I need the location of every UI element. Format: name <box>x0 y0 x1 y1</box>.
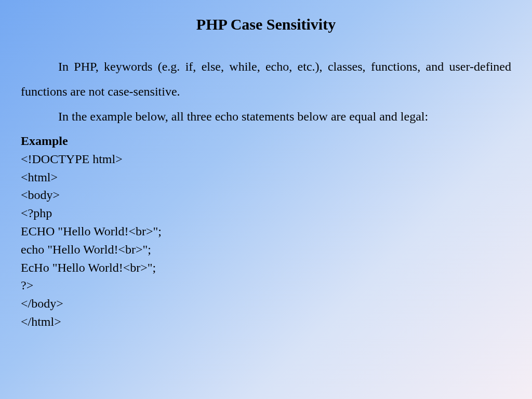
code-line: echo "Hello World!<br>"; <box>21 241 511 259</box>
paragraph-2: In the example below, all three echo sta… <box>21 104 511 129</box>
code-line: <?php <box>21 204 511 222</box>
code-line: </body> <box>21 295 511 313</box>
example-label: Example <box>21 132 511 150</box>
code-line: ?> <box>21 276 511 295</box>
code-line: <body> <box>21 186 511 204</box>
code-line: <html> <box>21 168 511 187</box>
code-line: ECHO "Hello World!<br>"; <box>21 222 511 241</box>
code-line: </html> <box>21 313 511 331</box>
slide: PHP Case Sensitivity In PHP, keywords (e… <box>0 0 532 399</box>
body-text: In PHP, keywords (e.g. if, else, while, … <box>21 54 511 129</box>
code-line: EcHo "Hello World!<br>"; <box>21 259 511 277</box>
paragraph-1: In PHP, keywords (e.g. if, else, while, … <box>21 54 511 104</box>
example-block: Example <!DOCTYPE html> <html> <body> <?… <box>21 132 511 331</box>
slide-title: PHP Case Sensitivity <box>21 16 511 33</box>
code-line: <!DOCTYPE html> <box>21 150 511 168</box>
